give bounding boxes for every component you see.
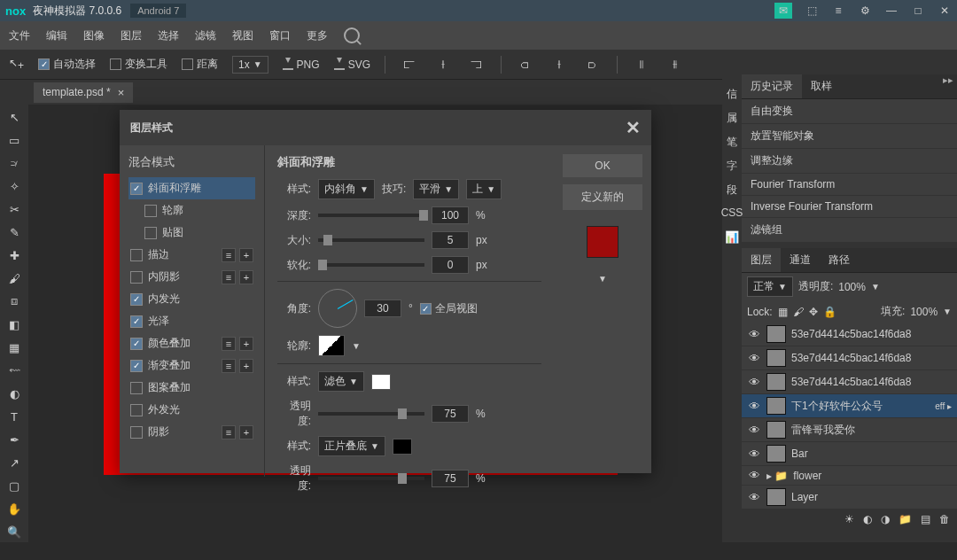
define-new-button[interactable]: 定义新的	[563, 184, 642, 210]
visibility-icon[interactable]: 👁	[747, 469, 761, 482]
blur-tool[interactable]: ⬳	[4, 362, 24, 379]
zoom-dropdown[interactable]: 1x▼	[232, 56, 268, 74]
layer-row[interactable]: 👁Bar	[742, 442, 957, 466]
visibility-icon[interactable]: 👁	[747, 376, 761, 389]
tab-layers[interactable]: 图层	[742, 248, 781, 272]
close-window-icon[interactable]: ✕	[938, 4, 952, 18]
fx-copy-icon[interactable]: ≡	[222, 248, 236, 262]
size-input[interactable]	[432, 231, 469, 249]
fx-checkbox[interactable]	[130, 426, 143, 439]
export-svg-button[interactable]: SVG	[334, 58, 370, 71]
direction-dropdown[interactable]: 上▼	[466, 179, 502, 199]
fx-描边[interactable]: 描边≡+	[128, 244, 255, 266]
fx-光泽[interactable]: 光泽	[128, 310, 255, 332]
shadow-color[interactable]	[393, 439, 412, 455]
distribute-v-icon[interactable]: ⫵	[665, 56, 685, 74]
fx-checkbox[interactable]	[130, 382, 143, 394]
lock-position-icon[interactable]: ✥	[809, 306, 818, 318]
layer-row[interactable]: 👁下1个好软件公众号eff ▸	[742, 394, 957, 418]
fx-checkbox[interactable]	[144, 205, 157, 217]
dialog-titlebar[interactable]: 图层样式 ✕	[120, 110, 651, 145]
fx-checkbox[interactable]	[130, 404, 143, 416]
history-item[interactable]: Fourier Transform	[742, 174, 957, 196]
technique-dropdown[interactable]: 平滑▼	[413, 179, 459, 199]
visibility-icon[interactable]: 👁	[747, 328, 761, 341]
dodge-tool[interactable]: ◐	[4, 385, 24, 402]
contour-arrow-icon[interactable]: ▼	[352, 341, 361, 351]
shadow-opacity-input[interactable]	[432, 470, 469, 487]
size-slider[interactable]	[318, 238, 424, 242]
history-item[interactable]: 调整边缘	[742, 149, 957, 174]
visibility-icon[interactable]: 👁	[747, 447, 761, 461]
tab-close-icon[interactable]: ×	[118, 86, 125, 99]
tab-paths[interactable]: 路径	[820, 248, 859, 272]
side-tab-props[interactable]: 属	[727, 111, 737, 126]
angle-input[interactable]	[364, 299, 401, 317]
blend-mode-dropdown[interactable]: 正常▼	[747, 276, 793, 297]
move-tool-icon[interactable]: ↖+	[9, 57, 24, 72]
align-center-h-icon[interactable]: ⫲	[433, 56, 453, 74]
menu-select[interactable]: 选择	[158, 28, 179, 43]
visibility-icon[interactable]: 👁	[747, 424, 761, 437]
document-tab[interactable]: template.psd * ×	[34, 82, 133, 103]
opacity-arrow-icon[interactable]: ▼	[871, 282, 880, 292]
extension-icon[interactable]: ⬚	[805, 4, 819, 18]
fx-checkbox[interactable]	[130, 293, 143, 306]
ok-button[interactable]: OK	[563, 154, 642, 177]
menu-filter[interactable]: 滤镜	[195, 28, 216, 43]
delete-layer-icon[interactable]: 🗑	[939, 513, 950, 525]
align-center-v-icon[interactable]: ⫲	[549, 56, 569, 74]
highlight-mode-dropdown[interactable]: 滤色▼	[318, 371, 364, 392]
fx-checkbox[interactable]	[130, 338, 143, 350]
global-light-checkbox[interactable]: 全局视图	[420, 301, 478, 316]
collapse-panels-icon[interactable]: ▸▸	[943, 74, 953, 86]
layer-row[interactable]: 👁53e7d4414c5bac14f6da8	[742, 370, 957, 394]
new-folder-icon[interactable]: 📁	[899, 513, 912, 525]
crop-tool[interactable]: ✂	[4, 200, 24, 218]
brush-tool[interactable]: 🖌	[4, 269, 24, 287]
fx-copy-icon[interactable]: ≡	[222, 359, 236, 373]
menu-view[interactable]: 视图	[232, 28, 253, 43]
move-tool[interactable]: ↖	[4, 108, 24, 126]
fx-内阴影[interactable]: 内阴影≡+	[128, 266, 255, 288]
search-icon[interactable]	[344, 27, 360, 43]
transform-checkbox[interactable]: 变换工具	[110, 57, 167, 72]
fx-颜色叠加[interactable]: 颜色叠加≡+	[128, 332, 255, 354]
settings-icon[interactable]: ⚙	[858, 4, 872, 18]
type-tool[interactable]: T	[4, 408, 24, 425]
layer-row[interactable]: 👁雷锋哥我爱你	[742, 418, 957, 442]
menu-window[interactable]: 窗口	[269, 28, 291, 43]
fx-图案叠加[interactable]: 图案叠加	[128, 377, 255, 399]
wand-tool[interactable]: ✧	[4, 177, 24, 195]
highlight-color[interactable]	[371, 374, 391, 390]
align-top-icon[interactable]: ⫏	[516, 56, 535, 74]
fx-add-icon[interactable]: +	[239, 359, 253, 373]
history-item[interactable]: 自由变换	[742, 99, 957, 124]
eyedropper-tool[interactable]: ✎	[4, 223, 24, 241]
export-png-button[interactable]: PNG	[283, 58, 320, 71]
lock-transparency-icon[interactable]: ▦	[778, 306, 788, 318]
fx-copy-icon[interactable]: ≡	[222, 270, 236, 284]
fx-checkbox[interactable]	[144, 227, 157, 239]
fx-add-icon[interactable]: +	[239, 337, 253, 351]
soften-slider[interactable]	[318, 263, 424, 267]
eraser-tool[interactable]: ◧	[4, 315, 24, 333]
menu-edit[interactable]: 编辑	[46, 28, 67, 43]
minimize-icon[interactable]: —	[884, 4, 899, 18]
depth-input[interactable]	[432, 206, 469, 224]
history-item[interactable]: 滤镜组	[742, 218, 957, 243]
fx-checkbox[interactable]	[130, 271, 143, 284]
fx-checkbox[interactable]	[130, 360, 143, 372]
auto-select-checkbox[interactable]: 自动选择	[38, 57, 96, 72]
tab-history[interactable]: 历史记录	[742, 74, 802, 98]
fx-checkbox[interactable]	[130, 249, 143, 261]
side-tab-brush[interactable]: 笔	[727, 135, 737, 150]
contour-picker[interactable]	[318, 335, 345, 356]
align-right-icon[interactable]: ⫎	[467, 56, 486, 74]
menu-icon[interactable]: ≡	[831, 4, 845, 18]
adjustment-layer-icon[interactable]: ◑	[881, 513, 890, 525]
hand-tool[interactable]: ✋	[4, 500, 24, 517]
stamp-tool[interactable]: ⧈	[4, 292, 24, 310]
menu-file[interactable]: 文件	[9, 28, 30, 43]
side-tab-info[interactable]: 信	[727, 87, 737, 102]
